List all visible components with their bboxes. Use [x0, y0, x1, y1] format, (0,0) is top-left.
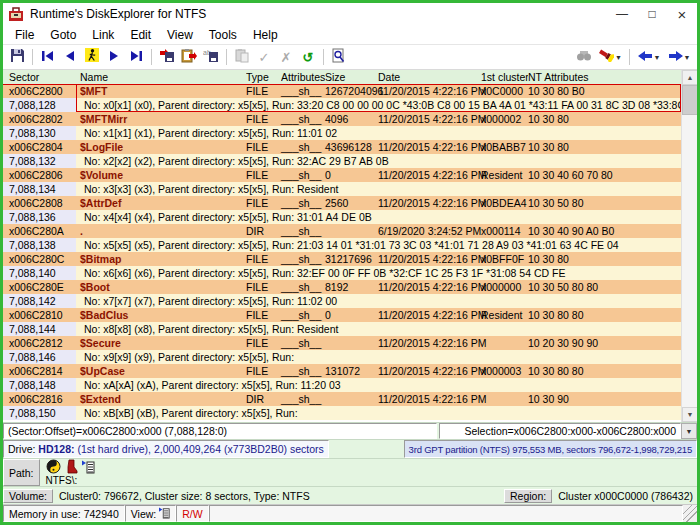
scrollbar-thumb[interactable]	[682, 85, 697, 115]
table-row-detail[interactable]: 7,088,146No: x9[x9] (x9), Parent directo…	[3, 350, 681, 364]
cell-sector-decimal: 7,088,148	[3, 378, 76, 392]
view-list-icon[interactable]	[82, 460, 95, 476]
partition-info: 3rd GPT partition (NTFS) 975,553 MB, sec…	[404, 440, 697, 458]
cell-sector-decimal: 7,088,128	[3, 98, 76, 112]
menu-view[interactable]: View	[159, 28, 201, 42]
grid-body: x006C2800$MFTFILE___sh__126720409611/20/…	[3, 84, 681, 422]
menu-help[interactable]: Help	[245, 28, 286, 42]
col-type[interactable]: Type	[246, 70, 281, 84]
menu-tools[interactable]: Tools	[201, 28, 245, 42]
table-row[interactable]: x006C280E$BootFILE___sh__819211/20/2015 …	[3, 280, 681, 294]
maximize-icon[interactable]: □	[637, 3, 667, 25]
vertical-scrollbar[interactable]: ▲ ▼	[681, 70, 697, 422]
disk-icon[interactable]	[46, 459, 61, 476]
history-forward-button[interactable]: ▼	[664, 47, 694, 68]
table-row[interactable]: x006C2800$MFTFILE___sh__126720409611/20/…	[3, 84, 681, 98]
col-attributes[interactable]: Attributes	[281, 70, 325, 84]
col-size[interactable]: Size	[325, 70, 378, 84]
paste-button[interactable]	[231, 47, 253, 68]
goto-button[interactable]	[81, 47, 103, 68]
cell-1st-cluster: x0C0000	[481, 84, 528, 98]
table-row-detail[interactable]: 7,088,148No: xA[xA] (xA), Parent directo…	[3, 378, 681, 392]
flashlight-button[interactable]: ▼	[595, 47, 625, 68]
table-row[interactable]: x006C280C$BitmapFILE___sh__3121769611/20…	[3, 252, 681, 266]
save-image-button[interactable]	[156, 47, 178, 68]
col-sector[interactable]: Sector	[3, 70, 76, 84]
table-row[interactable]: x006C2816$ExtendDIR___sh__11/20/2015 4:2…	[3, 392, 681, 406]
table-row-detail[interactable]: 7,088,144No: x8[x8] (x8), Parent directo…	[3, 322, 681, 336]
cell-attributes: ___sh__	[281, 280, 325, 294]
cell-attributes: ___sh__	[281, 336, 325, 350]
table-row[interactable]: x006C2810$BadClusFILE___sh__011/20/2015 …	[3, 308, 681, 322]
cell-run-detail: No: xA[xA] (xA), Parent directory: x5[x5…	[76, 378, 681, 392]
menu-goto[interactable]: Goto	[42, 28, 84, 42]
floppy-text-icon: ab	[203, 48, 220, 67]
table-row[interactable]: x006C2806$VolumeFILE___sh__011/20/2015 4…	[3, 168, 681, 182]
search-button[interactable]	[573, 47, 595, 68]
history-back-button[interactable]: ▼	[634, 47, 664, 68]
region-label: Region:	[504, 489, 552, 503]
apply-button[interactable]: ✓	[253, 47, 275, 68]
first-sector-button[interactable]	[37, 47, 59, 68]
cell-nt-attributes: 10 30 80	[528, 140, 681, 154]
cell-1st-cluster	[481, 336, 528, 350]
table-row-detail[interactable]: 7,088,138No: x5[x5] (x5), Parent directo…	[3, 238, 681, 252]
table-row-detail[interactable]: 7,088,140No: x6[x6] (x6), Parent directo…	[3, 266, 681, 280]
col-name[interactable]: Name	[76, 70, 246, 84]
table-row[interactable]: x006C2804$LogFileFILE___sh__4369612811/2…	[3, 140, 681, 154]
menu-edit[interactable]: Edit	[122, 28, 159, 42]
refresh-button[interactable]: ↺	[297, 47, 319, 68]
col-1st-cluster[interactable]: 1st cluster	[481, 70, 528, 84]
view-label: View:	[131, 508, 157, 520]
table-row-detail[interactable]: 7,088,132No: x2[x2] (x2), Parent directo…	[3, 154, 681, 168]
cell-sector: x006C2810	[3, 308, 76, 322]
cell-date: 6/19/2020 3:24:52 PM	[378, 224, 481, 238]
preview-icon	[332, 48, 346, 67]
save-text-button[interactable]: ab	[200, 47, 222, 68]
table-row-detail[interactable]: 7,088,134No: x3[x3] (x3), Parent directo…	[3, 182, 681, 196]
copy-clipboard-button[interactable]	[178, 47, 200, 68]
menu-file[interactable]: File	[7, 28, 42, 42]
minimize-icon[interactable]: —	[607, 3, 637, 25]
table-row-detail[interactable]: 7,088,142No: x7[x7] (x7), Parent directo…	[3, 294, 681, 308]
table-row-detail[interactable]: 7,088,150No: xB[xB] (xB), Parent directo…	[3, 406, 681, 420]
view-list-icon[interactable]	[159, 507, 170, 521]
preview-button[interactable]	[328, 47, 350, 68]
close-icon[interactable]: ×	[667, 3, 697, 25]
scroll-down-icon[interactable]: ▼	[682, 407, 697, 422]
table-row[interactable]: x006C280A.DIR___sh__6/19/2020 3:24:52 PM…	[3, 224, 681, 238]
boot-icon[interactable]	[65, 459, 78, 476]
table-row-detail[interactable]: 7,088,128No: x0[x1] (x0), Parent directo…	[3, 98, 681, 112]
grid-header: Sector Name Type Attributes Size Date 1s…	[3, 70, 681, 84]
resize-grip[interactable]	[683, 505, 697, 522]
arrow-left-icon	[64, 48, 76, 66]
cell-run-detail: No: x3[x3] (x3), Parent directory: x5[x5…	[76, 182, 681, 196]
volume-label: Volume:	[3, 489, 53, 503]
table-row-detail[interactable]: 7,088,136No: x4[x4] (x4), Parent directo…	[3, 210, 681, 224]
table-row[interactable]: x006C2812$SecureFILE___sh__11/20/2015 4:…	[3, 336, 681, 350]
cell-1st-cluster: Resident	[481, 308, 528, 322]
cell-run-detail: No: x5[x5] (x5), Parent directory: x5[x5…	[76, 238, 681, 252]
table-row[interactable]: x006C2814$UpCaseFILE___sh__13107211/20/2…	[3, 364, 681, 378]
selection-dropdown-button[interactable]: ▼	[681, 423, 697, 439]
clipboard-export-icon	[181, 48, 197, 67]
table-row[interactable]: x006C2808$AttrDefFILE___sh__256011/20/20…	[3, 196, 681, 210]
cell-1st-cluster: x000002	[481, 112, 528, 126]
cell-attributes: ___sh__	[281, 140, 325, 154]
col-date[interactable]: Date	[378, 70, 481, 84]
scroll-up-icon[interactable]: ▲	[682, 70, 697, 85]
save-button[interactable]	[6, 47, 28, 68]
cell-size: 31217696	[325, 252, 378, 266]
path-value[interactable]: NTFS\:	[46, 475, 693, 486]
table-row[interactable]: x006C2802$MFTMirrFILE___sh__409611/20/20…	[3, 112, 681, 126]
next-sector-button[interactable]	[103, 47, 125, 68]
table-row-detail[interactable]: 7,088,130No: x1[x1] (x1), Parent directo…	[3, 126, 681, 140]
prev-sector-button[interactable]	[59, 47, 81, 68]
col-nt-attributes[interactable]: NT Attributes	[528, 70, 681, 84]
cell-attributes: ___sh__	[281, 112, 325, 126]
menu-link[interactable]: Link	[84, 28, 122, 42]
read-write-mode: R/W	[176, 505, 208, 522]
cell-name: $AttrDef	[76, 196, 246, 210]
last-sector-button[interactable]	[125, 47, 147, 68]
discard-button[interactable]: ✗	[275, 47, 297, 68]
